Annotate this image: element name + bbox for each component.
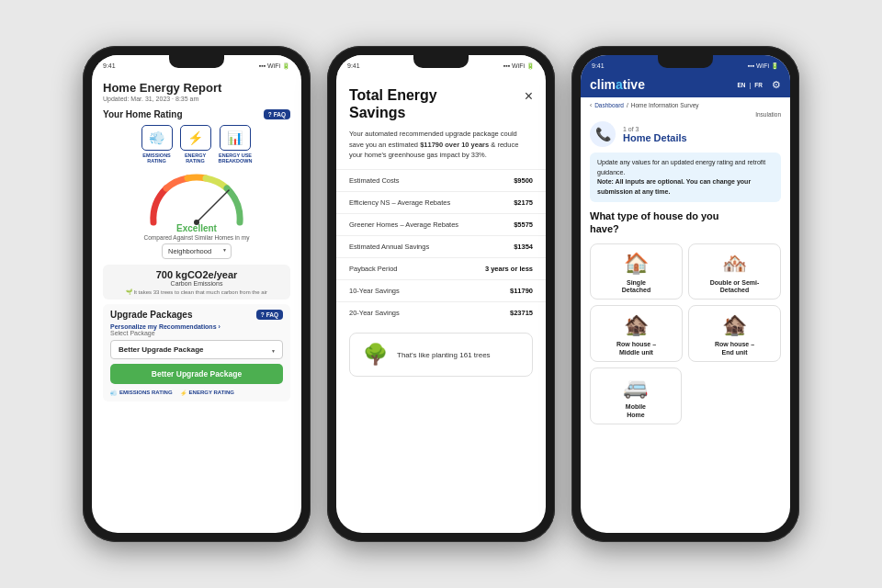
package-select[interactable]: Better Upgrade Package — [110, 340, 283, 359]
table-row: Payback Period 3 years or less — [336, 258, 546, 280]
gauge-container: Excellent Compared Against Similar Homes… — [103, 172, 290, 259]
status-icons: ▪▪▪ WiFi 🔋 — [259, 62, 290, 70]
breadcrumb: ‹ Dashboard / Home Information Survey — [581, 97, 790, 111]
p2-status-icons: ▪▪▪ WiFi 🔋 — [503, 62, 535, 70]
energy-use-label: ENERGY USEBREAKDOWN — [219, 153, 253, 164]
faq-badge-1[interactable]: ? FAQ — [264, 109, 290, 119]
phone-3-screen: 9:41 ▪▪▪ WiFi 🔋 climative EN | FR ⚙ ‹ Da… — [581, 55, 790, 533]
updated-label: Updated: Mar. 31, 2023 · 8:35 am — [103, 96, 290, 102]
rating-icons-row: 💨 EMISSIONSRATING ⚡ ENERGYRATING 📊 ENERG… — [103, 125, 290, 164]
table-row: Estimated Costs $9500 — [336, 170, 546, 192]
phone-1-screen: 9:41 ▪▪▪ WiFi 🔋 Home Energy Report Updat… — [92, 55, 301, 533]
energy-use-icon-item[interactable]: 📊 ENERGY USEBREAKDOWN — [219, 125, 253, 164]
emissions-small-icon: 💨 — [110, 390, 117, 396]
bottom-tag-emissions: 💨 EMISSIONS RATING — [110, 390, 173, 396]
home-rating-title: Your Home Rating — [103, 109, 182, 119]
language-switcher: EN | FR ⚙ — [737, 79, 781, 91]
package-select-wrap[interactable]: Better Upgrade Package — [110, 339, 283, 364]
house-type-row-middle[interactable]: 🏚️ Row house –Middle unit — [590, 305, 683, 362]
progress-header: 📞 1 of 3 Home Details — [581, 121, 790, 153]
house-type-mobile[interactable]: 🚐 MobileHome — [590, 368, 682, 424]
tree-planting-box: 🌳 That's like planting 161 trees — [349, 333, 533, 377]
breadcrumb-dashboard[interactable]: Dashboard — [594, 102, 624, 108]
carbon-label: Carbon Emissions — [110, 280, 283, 287]
mobile-home-label: MobileHome — [626, 403, 646, 419]
single-detached-icon: 🏠 — [624, 252, 649, 276]
p2-description: Your automated recommended upgrade packa… — [336, 129, 546, 169]
energy-use-box: 📊 — [220, 125, 251, 151]
ten-year-label: 10-Year Savings — [336, 280, 472, 302]
emissions-small-label: EMISSIONS RATING — [119, 390, 173, 395]
p3-description-box: Update any values for an updated energy … — [590, 153, 781, 202]
ten-year-value: $11790 — [472, 280, 546, 302]
home-energy-title: Home Energy Report — [103, 81, 290, 96]
house-type-question: What type of house do you have? — [581, 209, 790, 243]
tree-icon: 🌳 — [363, 343, 388, 367]
step-number: 1 of 3 — [623, 126, 781, 132]
upgrade-section: Upgrade Packages ? FAQ Personalize my Re… — [103, 304, 290, 401]
phone-1-notch — [169, 55, 224, 68]
neighborhood-select[interactable]: Neighborhood — [162, 243, 232, 259]
double-semi-icon: 🏘️ — [722, 252, 747, 276]
emissions-rating-box: 💨 — [141, 125, 173, 151]
emissions-rating-icon-item[interactable]: 💨 EMISSIONSRATING — [141, 125, 173, 164]
progress-icon: 📞 — [590, 121, 616, 147]
p3-topbar: climative EN | FR ⚙ — [581, 74, 790, 97]
energy-small-label: ENERGY RATING — [189, 390, 234, 395]
step-title: Home Details — [623, 132, 781, 143]
p2-header: Total Energy Savings × — [336, 74, 546, 129]
settings-icon[interactable]: ⚙ — [772, 79, 781, 91]
row-middle-label: Row house –Middle unit — [616, 341, 656, 356]
insulation-tag: Insulation — [581, 111, 790, 118]
single-detached-label: SingleDetached — [622, 279, 651, 295]
faq-badge-2[interactable]: ? FAQ — [256, 310, 283, 320]
savings-table: Estimated Costs $9500 Efficiency NS – Av… — [336, 169, 546, 323]
carbon-value: 700 kgCO2e/year — [110, 269, 283, 280]
phone-2: 9:41 ▪▪▪ WiFi 🔋 Total Energy Savings × Y… — [327, 46, 555, 542]
lang-en-button[interactable]: EN — [737, 82, 745, 88]
upgrade-button[interactable]: Better Upgrade Package — [110, 364, 283, 384]
upgrade-title: Upgrade Packages — [110, 310, 193, 320]
efficiency-ns-label: Efficiency NS – Average Rebates — [336, 192, 472, 214]
personalize-label: Personalize my Recommendations — [110, 323, 217, 330]
house-type-single-detached[interactable]: 🏠 SingleDetached — [590, 243, 683, 300]
lang-fr-button[interactable]: FR — [754, 82, 763, 88]
tree-text: That's like planting 161 trees — [397, 351, 491, 359]
gauge-svg — [146, 172, 247, 227]
emissions-rating-label: EMISSIONSRATING — [142, 153, 171, 164]
phone-3-notch — [658, 55, 713, 68]
breadcrumb-separator: / — [627, 102, 628, 108]
mobile-home-icon: 🚐 — [623, 376, 648, 400]
row-end-icon: 🏚️ — [722, 313, 747, 337]
greener-homes-label: Greener Homes – Average Rebates — [336, 214, 472, 236]
chevron-right-icon: › — [219, 323, 220, 330]
energy-small-icon: ⚡ — [180, 390, 187, 396]
row-end-label: Row house –End unit — [715, 341, 754, 356]
neighborhood-select-wrap[interactable]: Neighborhood — [162, 241, 232, 259]
climative-logo: climative — [590, 77, 645, 92]
greener-homes-value: $5575 — [472, 214, 546, 236]
status-time: 9:41 — [103, 62, 116, 69]
phone-3: 9:41 ▪▪▪ WiFi 🔋 climative EN | FR ⚙ ‹ Da… — [571, 46, 799, 542]
step-info: 1 of 3 Home Details — [623, 126, 781, 143]
table-row: Greener Homes – Average Rebates $5575 — [336, 214, 546, 236]
payback-period-value: 3 years or less — [472, 258, 546, 280]
close-button[interactable]: × — [525, 88, 533, 105]
breadcrumb-page: Home Information Survey — [631, 102, 699, 108]
estimated-costs-value: $9500 — [472, 170, 546, 192]
table-row: Efficiency NS – Average Rebates $2175 — [336, 192, 546, 214]
lang-divider: | — [750, 82, 752, 88]
select-package-label: Select Package — [110, 330, 283, 336]
personalize-link[interactable]: Personalize my Recommendations › — [110, 323, 283, 330]
house-type-double-semi[interactable]: 🏘️ Double or Semi-Detached — [688, 243, 781, 300]
phones-container: 9:41 ▪▪▪ WiFi 🔋 Home Energy Report Updat… — [64, 28, 818, 560]
house-type-row-end[interactable]: 🏚️ Row house –End unit — [688, 305, 781, 362]
bottom-tags: 💨 EMISSIONS RATING ⚡ ENERGY RATING — [110, 390, 283, 396]
phone-2-notch — [413, 55, 469, 68]
energy-rating-icon-item[interactable]: ⚡ ENERGYRATING — [180, 125, 211, 164]
estimated-costs-label: Estimated Costs — [336, 170, 472, 192]
house-type-grid: 🏠 SingleDetached 🏘️ Double or Semi-Detac… — [581, 243, 790, 363]
p2-title: Total Energy Savings — [349, 86, 437, 121]
twenty-year-label: 20-Year Savings — [336, 302, 472, 324]
p2-status-time: 9:41 — [347, 62, 360, 69]
